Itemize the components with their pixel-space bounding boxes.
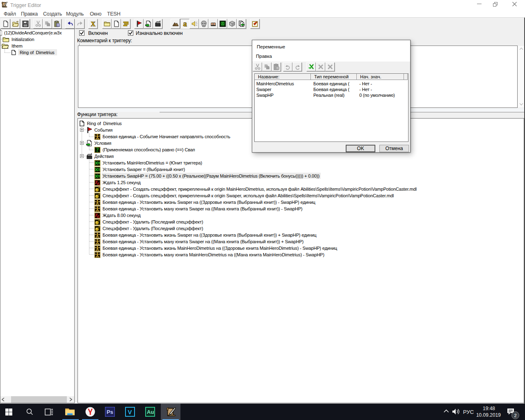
svg-text:V: V <box>128 409 132 415</box>
svg-text:Au: Au <box>147 409 154 415</box>
svg-text:Ps: Ps <box>107 409 113 415</box>
